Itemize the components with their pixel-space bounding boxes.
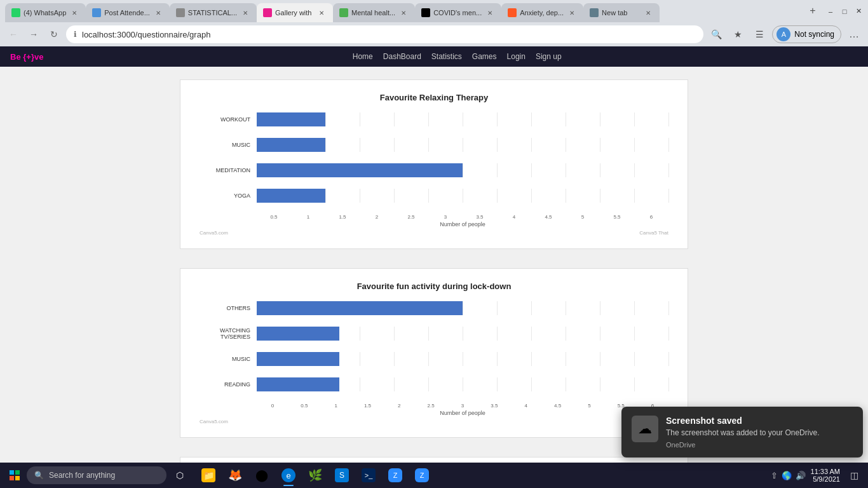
tab-close-icon[interactable]: ✕	[69, 8, 79, 18]
tab-favicon	[508, 8, 517, 17]
collections-icon[interactable]: ☰	[750, 25, 768, 43]
taskbar-search[interactable]: 🔍 Search for anything	[27, 466, 166, 484]
toast-title: Screenshot saved	[666, 416, 853, 426]
tab-close-icon[interactable]: ✕	[153, 8, 163, 18]
browser-tab-tab4[interactable]: Gallery with ✕	[257, 3, 333, 22]
grid-line	[463, 377, 463, 391]
tab-close-icon[interactable]: ✕	[567, 8, 577, 18]
title-bar: (4) WhatsApp ✕ Post Attende... ✕ STATIST…	[0, 0, 868, 22]
close-button[interactable]: ✕	[854, 7, 863, 16]
chart1-footer-right: Canva5 That	[639, 230, 668, 236]
taskbar-terminal[interactable]: >_	[356, 463, 381, 487]
back-button[interactable]: ←	[5, 26, 22, 43]
tab-close-icon[interactable]: ✕	[240, 8, 250, 18]
chart2-footer: Canva5.com Canva5 That	[200, 419, 668, 424]
nav-link-statistics[interactable]: Statistics	[431, 52, 462, 61]
tab-close-icon[interactable]: ✕	[485, 8, 495, 18]
bar-track	[257, 377, 668, 391]
grid-line	[566, 138, 566, 152]
bar-track	[257, 327, 668, 341]
taskbar-file-explorer[interactable]: 📁	[196, 463, 221, 487]
grid-line	[428, 352, 429, 366]
grid-line	[497, 138, 498, 152]
screenshot-toast: ☁ Screenshot saved The screenshot was ad…	[621, 407, 863, 458]
bar-fill	[257, 189, 325, 203]
grid-line	[600, 163, 600, 177]
bar-label: OTHERS	[200, 305, 250, 311]
taskbar-zoom2[interactable]: Z	[409, 463, 435, 487]
search-icon[interactable]: 🔍	[707, 25, 725, 43]
nav-link-login[interactable]: Login	[507, 52, 526, 61]
toast-content: Screenshot saved The screenshot was adde…	[666, 416, 853, 449]
url-text: localhost:3000/questionnaire/graph	[82, 30, 696, 39]
grid-line	[668, 138, 669, 152]
browser-tab-tab5[interactable]: Mental healt... ✕	[333, 3, 415, 22]
reload-button[interactable]: ↻	[46, 26, 62, 43]
tab-title: COVID's men...	[433, 9, 482, 17]
grid-line	[463, 189, 463, 203]
grid-line	[566, 377, 566, 391]
grid-line	[531, 112, 532, 126]
tab-close-icon[interactable]: ✕	[398, 8, 409, 18]
taskbar-chrome[interactable]: ⬤	[249, 463, 275, 487]
chevron-up-icon[interactable]: ⇧	[771, 471, 778, 480]
x-tick: 5	[573, 403, 605, 409]
taskbar-app5[interactable]: 🌿	[302, 463, 328, 487]
taskbar-firefox[interactable]: 🦊	[222, 463, 248, 487]
grid-line	[531, 189, 532, 203]
volume-icon[interactable]: 🔊	[796, 471, 806, 480]
x-axis: 0.511.522.533.544.555.56	[257, 214, 668, 220]
taskbar-edge[interactable]: e	[276, 463, 301, 487]
start-button[interactable]	[5, 466, 24, 485]
nav-link-home[interactable]: Home	[353, 52, 373, 61]
favorites-icon[interactable]: ★	[729, 25, 747, 43]
notification-button[interactable]: ◫	[845, 466, 863, 484]
grid-line	[497, 377, 498, 391]
x-tick: 0	[257, 403, 288, 409]
maximize-button[interactable]: □	[840, 7, 849, 16]
bar-label: READING	[200, 381, 250, 388]
taskbar-store[interactable]: S	[329, 463, 355, 487]
grid-line	[668, 352, 669, 366]
browser-tab-tab2[interactable]: Post Attende... ✕	[86, 3, 170, 22]
grid-line	[634, 138, 635, 152]
tab-close-icon[interactable]: ✕	[643, 8, 653, 18]
grid-line	[463, 327, 463, 341]
task-view-button[interactable]: ⬡	[169, 464, 191, 486]
browser-tab-tab3[interactable]: STATISTICAL... ✕	[170, 3, 257, 22]
toast-body: The screenshot was added to your OneDriv…	[666, 428, 853, 438]
taskbar-apps: 📁 🦊 ⬤ e 🌿 S >_ Z Z	[196, 463, 435, 487]
forward-button[interactable]: →	[25, 26, 42, 43]
tab-close-icon[interactable]: ✕	[316, 8, 327, 18]
sync-button[interactable]: A Not syncing	[772, 25, 841, 43]
browser-tab-tab7[interactable]: Anxiety, dep... ✕	[501, 3, 583, 22]
new-tab-button[interactable]: +	[804, 3, 821, 19]
taskbar-zoom[interactable]: Z	[383, 463, 408, 487]
grid-line	[531, 327, 532, 341]
browser-tab-tab6[interactable]: COVID's men... ✕	[415, 3, 501, 22]
taskbar: 🔍 Search for anything ⬡ 📁 🦊 ⬤ e 🌿 S >_ Z…	[0, 463, 868, 488]
bar-row: WORKOUT	[200, 112, 668, 126]
grid-line	[428, 327, 429, 341]
x-axis: 00.511.522.533.544.555.56	[257, 403, 668, 409]
x-tick: 1.5	[325, 214, 360, 220]
nav-link-games[interactable]: Games	[472, 52, 497, 61]
browser-tab-tab8[interactable]: New tab ✕	[583, 3, 660, 22]
network-icon[interactable]: 🌎	[782, 471, 792, 480]
nav-link-sign-up[interactable]: Sign up	[536, 52, 562, 61]
grid-line	[531, 301, 532, 315]
minimize-button[interactable]: –	[826, 7, 835, 16]
more-button[interactable]: …	[845, 25, 863, 43]
browser-tab-tab1[interactable]: (4) WhatsApp ✕	[5, 3, 86, 22]
grid-line	[566, 327, 566, 341]
bar-row: YOGA	[200, 189, 668, 203]
nav-link-dashboard[interactable]: DashBoard	[383, 52, 421, 61]
grid-line	[531, 352, 532, 366]
bar-track	[257, 138, 668, 152]
bar-track	[257, 301, 668, 315]
page-content: Favourite Relaxing Therapy WORKOUTMUSICM…	[0, 67, 868, 463]
grid-line	[600, 112, 600, 126]
bar-fill	[257, 112, 325, 126]
clock[interactable]: 11:33 AM 5/9/2021	[811, 468, 840, 483]
url-bar[interactable]: ℹ localhost:3000/questionnaire/graph	[66, 25, 703, 43]
